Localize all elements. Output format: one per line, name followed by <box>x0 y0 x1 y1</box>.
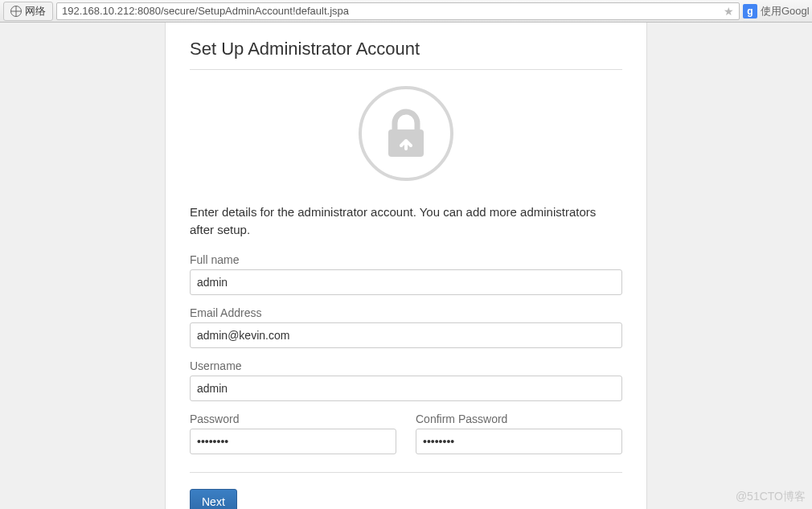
network-label: 网络 <box>25 4 46 18</box>
field-password: Password <box>190 413 396 454</box>
url-text: 192.168.10.212:8080/secure/SetupAdminAcc… <box>62 5 349 17</box>
google-search-icon[interactable]: g <box>743 4 757 18</box>
browser-toolbar: 网络 192.168.10.212:8080/secure/SetupAdmin… <box>0 0 812 23</box>
divider <box>190 69 622 70</box>
username-input[interactable] <box>190 376 622 401</box>
next-button[interactable]: Next <box>190 489 237 510</box>
email-label: Email Address <box>190 306 622 319</box>
lock-icon <box>384 109 428 158</box>
confirm-password-label: Confirm Password <box>416 413 622 425</box>
fullname-input[interactable] <box>190 269 622 295</box>
confirm-password-input[interactable] <box>416 429 622 454</box>
password-input[interactable] <box>190 429 396 454</box>
watermark: @51CTO博客 <box>736 490 806 504</box>
field-fullname: Full name <box>190 253 622 295</box>
password-row: Password Confirm Password <box>190 413 622 466</box>
network-button[interactable]: 网络 <box>3 2 53 21</box>
email-input[interactable] <box>190 322 622 348</box>
main-panel: Set Up Administrator Account Enter detai… <box>165 23 647 509</box>
username-label: Username <box>190 359 622 372</box>
password-label: Password <box>190 413 396 425</box>
hero-illustration <box>190 86 622 181</box>
search-hint: 使用Googl <box>761 4 809 18</box>
page-title: Set Up Administrator Account <box>190 39 622 60</box>
fullname-label: Full name <box>190 253 622 266</box>
page-body: Set Up Administrator Account Enter detai… <box>0 23 812 509</box>
bookmark-star-icon[interactable]: ★ <box>724 5 734 18</box>
lock-circle-icon <box>359 86 453 181</box>
field-confirm-password: Confirm Password <box>416 413 622 454</box>
divider-bottom <box>190 472 622 473</box>
globe-icon <box>10 6 22 17</box>
field-email: Email Address <box>190 306 622 348</box>
address-bar[interactable]: 192.168.10.212:8080/secure/SetupAdminAcc… <box>56 2 740 20</box>
page-description: Enter details for the administrator acco… <box>190 203 622 239</box>
field-username: Username <box>190 359 622 401</box>
